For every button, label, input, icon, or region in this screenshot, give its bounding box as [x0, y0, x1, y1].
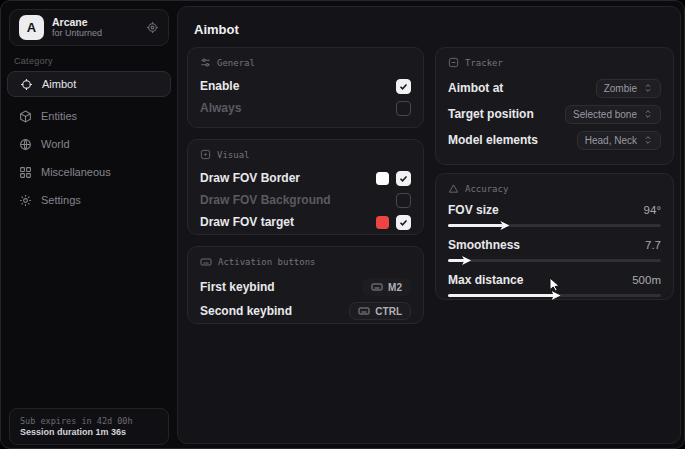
crosshair-icon [20, 78, 33, 91]
fov-size-value: 94° [644, 204, 661, 216]
triangle-icon [448, 183, 459, 194]
smoothness-value: 7.7 [645, 239, 661, 251]
keybind-value: M2 [388, 282, 402, 293]
slider-thumb[interactable] [552, 291, 561, 300]
accuracy-card: Accuracy FOV size 94° Smoothness 7.7 [435, 173, 674, 300]
aimbot-at-dropdown[interactable]: Zombie [596, 79, 661, 98]
aimbot-at-row: Aimbot at Zombie [448, 75, 661, 101]
category-label: Category [14, 56, 53, 66]
chevrons-up-down-icon [643, 109, 653, 119]
sidebar-item-miscellaneous[interactable]: Miscellaneous [7, 159, 171, 185]
fov-background-checkbox[interactable] [396, 193, 411, 208]
dropdown-value: Zombie [604, 83, 637, 94]
subscription-info: Sub expires in 42d 00h Session duration … [9, 408, 169, 445]
row-label: Draw FOV target [200, 215, 294, 229]
session-duration-text: Session duration 1m 36s [20, 427, 158, 437]
dropdown-value: Selected bone [573, 109, 637, 120]
card-title: Accuracy [465, 184, 508, 194]
card-title: General [217, 58, 255, 68]
sliders-icon [200, 57, 211, 68]
card-title: Tracker [465, 58, 503, 68]
row-label: Max distance [448, 273, 523, 287]
row-label: Always [200, 101, 241, 115]
keyboard-icon [371, 281, 383, 293]
max-distance-slider[interactable] [448, 294, 661, 297]
fov-target-checkbox[interactable] [396, 215, 411, 230]
app-header: A Arcane for Unturned [9, 9, 169, 46]
slider-thumb[interactable] [500, 221, 509, 230]
sidebar: A Arcane for Unturned Category Aimbot En… [1, 1, 177, 448]
sidebar-item-label: Entities [41, 110, 77, 122]
chevrons-up-down-icon [643, 135, 653, 145]
page-title: Aimbot [194, 22, 239, 37]
card-title: Activation buttons [218, 257, 316, 267]
model-elements-dropdown[interactable]: Head, Neck [577, 131, 661, 150]
tracker-card: Tracker Aimbot at Zombie Target position… [435, 47, 674, 165]
row-label: Draw FOV Border [200, 171, 300, 185]
dropdown-value: Head, Neck [585, 135, 637, 146]
target-position-dropdown[interactable]: Selected bone [565, 105, 661, 124]
app-logo: A [19, 15, 44, 40]
row-label: Enable [200, 79, 239, 93]
sidebar-item-entities[interactable]: Entities [7, 103, 171, 129]
visual-card: Visual Draw FOV Border Draw FOV Backgrou… [187, 139, 424, 235]
fov-background-row: Draw FOV Background [200, 189, 411, 211]
fov-size-group: FOV size 94° [448, 201, 661, 227]
general-card: General Enable Always [187, 47, 424, 128]
smoothness-slider[interactable] [448, 259, 661, 262]
second-keybind-button[interactable]: CTRL [349, 302, 411, 320]
app-window: A Arcane for Unturned Category Aimbot En… [0, 0, 685, 449]
main-panel: Aimbot General Enable Always [177, 6, 681, 444]
visual-dots-icon [200, 149, 211, 160]
crosshair-settings-icon[interactable] [146, 21, 159, 34]
gear-icon [19, 194, 32, 207]
tracker-box-icon [448, 57, 459, 68]
app-name: Arcane [52, 16, 138, 28]
keybind-value: CTRL [375, 306, 402, 317]
always-row: Always [200, 97, 411, 119]
activation-card: Activation buttons First keybind M2 Seco… [187, 246, 424, 324]
fov-target-color-swatch[interactable] [376, 216, 389, 229]
smoothness-group: Smoothness 7.7 [448, 236, 661, 262]
always-checkbox[interactable] [396, 101, 411, 116]
keyboard-icon [358, 305, 370, 317]
row-label: Model elements [448, 133, 538, 147]
chevrons-up-down-icon [643, 83, 653, 93]
row-label: Draw FOV Background [200, 193, 331, 207]
first-keybind-button[interactable]: M2 [362, 278, 411, 296]
sidebar-item-aimbot[interactable]: Aimbot [7, 71, 171, 97]
enable-checkbox[interactable] [396, 79, 411, 94]
keyboard-icon [200, 256, 212, 268]
sidebar-item-settings[interactable]: Settings [7, 187, 171, 213]
enable-row: Enable [200, 75, 411, 97]
model-elements-row: Model elements Head, Neck [448, 127, 661, 153]
entities-cube-icon [19, 110, 32, 123]
sidebar-item-label: World [41, 138, 70, 150]
row-label: Target position [448, 107, 534, 121]
card-title: Visual [217, 150, 250, 160]
row-label: FOV size [448, 203, 499, 217]
fov-border-color-swatch[interactable] [376, 172, 389, 185]
fov-border-row: Draw FOV Border [200, 167, 411, 189]
sidebar-item-label: Miscellaneous [41, 166, 111, 178]
fov-size-slider[interactable] [448, 224, 661, 227]
fov-target-row: Draw FOV target [200, 211, 411, 233]
slider-thumb[interactable] [462, 256, 471, 265]
row-label: Smoothness [448, 238, 520, 252]
app-subtitle: for Unturned [52, 28, 138, 38]
row-label: First keybind [200, 280, 275, 294]
sidebar-item-label: Settings [41, 194, 81, 206]
fov-border-checkbox[interactable] [396, 171, 411, 186]
first-keybind-row: First keybind M2 [200, 275, 411, 299]
second-keybind-row: Second keybind CTRL [200, 299, 411, 323]
sidebar-item-label: Aimbot [42, 78, 76, 90]
target-position-row: Target position Selected bone [448, 101, 661, 127]
sidebar-item-world[interactable]: World [7, 131, 171, 157]
max-distance-value: 500m [632, 274, 661, 286]
sub-expiry-text: Sub expires in 42d 00h [20, 416, 158, 426]
grid-layout-icon [19, 166, 32, 179]
max-distance-group: Max distance 500m [448, 271, 661, 297]
row-label: Second keybind [200, 304, 292, 318]
globe-icon [19, 138, 32, 151]
row-label: Aimbot at [448, 81, 503, 95]
